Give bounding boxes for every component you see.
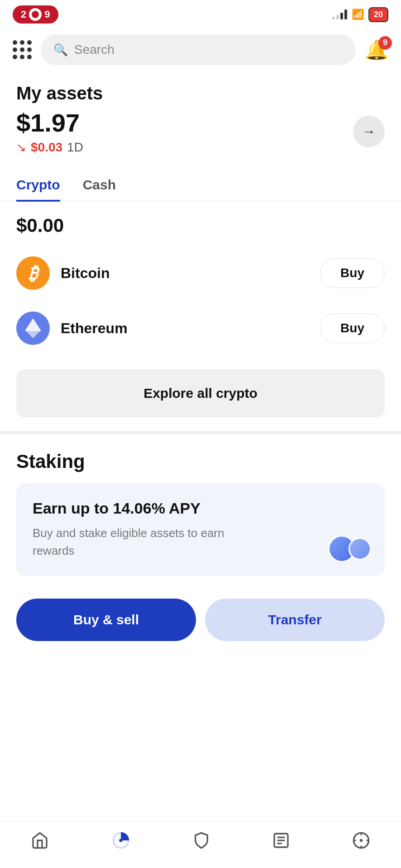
nav-shield[interactable] bbox=[192, 831, 210, 854]
assets-row: $1.97 ↘ $0.03 1D → bbox=[16, 108, 385, 155]
explore-all-crypto-button[interactable]: Explore all crypto bbox=[16, 369, 385, 417]
nav-home[interactable] bbox=[31, 831, 49, 854]
search-bar[interactable]: 🔍 Search bbox=[41, 34, 356, 65]
stake-circle-2 bbox=[348, 538, 371, 560]
nav-orders[interactable] bbox=[272, 831, 290, 854]
staking-graphic bbox=[328, 535, 371, 562]
ethereum-buy-button[interactable]: Buy bbox=[320, 313, 385, 343]
bitcoin-item: ₿ Bitcoin Buy bbox=[16, 245, 385, 301]
crypto-balance: $0.00 bbox=[0, 201, 401, 241]
change-row: ↘ $0.03 1D bbox=[16, 140, 83, 155]
change-period: 1D bbox=[67, 140, 83, 155]
svg-point-6 bbox=[360, 840, 362, 841]
change-amount: $0.03 bbox=[31, 140, 62, 155]
navigate-arrow-button[interactable]: → bbox=[353, 116, 385, 147]
status-icons: 📶 20 bbox=[332, 7, 388, 22]
status-time-2: 9 bbox=[44, 9, 50, 20]
header: 🔍 Search 🔔 9 bbox=[0, 27, 401, 72]
search-icon: 🔍 bbox=[53, 43, 68, 57]
staking-card-description: Buy and stake eligible assets to earn re… bbox=[33, 524, 267, 560]
signal-bars bbox=[332, 9, 347, 19]
status-pill: 2 9 bbox=[13, 5, 58, 24]
assets-amount: $1.97 bbox=[16, 108, 83, 137]
ethereum-logo bbox=[16, 311, 50, 345]
assets-section: My assets $1.97 ↘ $0.03 1D → bbox=[0, 72, 401, 155]
crypto-list: ₿ Bitcoin Buy Ethereum Buy bbox=[0, 241, 401, 360]
change-arrow-icon: ↘ bbox=[16, 141, 26, 155]
status-time: 2 bbox=[21, 9, 26, 20]
battery-indicator: 20 bbox=[368, 7, 388, 22]
bitcoin-icon: ₿ bbox=[29, 263, 38, 283]
tabs-container: Crypto Cash bbox=[0, 164, 401, 201]
staking-apy-title: Earn up to 14.06% APY bbox=[33, 500, 368, 517]
search-input[interactable]: Search bbox=[74, 42, 115, 57]
staking-section: Staking Earn up to 14.06% APY Buy and st… bbox=[0, 434, 401, 576]
ethereum-icon bbox=[25, 318, 41, 338]
portfolio-icon bbox=[111, 830, 131, 854]
status-bar: 2 9 📶 20 bbox=[0, 0, 401, 27]
section-divider bbox=[0, 431, 401, 434]
arrow-right-icon: → bbox=[362, 124, 376, 139]
ethereum-name: Ethereum bbox=[61, 320, 128, 337]
nav-discover[interactable] bbox=[352, 831, 370, 854]
orders-icon bbox=[272, 831, 290, 854]
bottom-navigation bbox=[0, 821, 401, 868]
assets-title: My assets bbox=[16, 83, 385, 104]
bitcoin-buy-button[interactable]: Buy bbox=[320, 258, 385, 288]
tab-crypto[interactable]: Crypto bbox=[16, 177, 60, 202]
home-icon bbox=[31, 831, 49, 854]
action-buttons: Buy & sell Transfer bbox=[16, 599, 385, 641]
bitcoin-name: Bitcoin bbox=[61, 265, 110, 282]
shield-icon bbox=[192, 831, 210, 854]
discover-icon bbox=[352, 831, 370, 854]
wifi-icon: 📶 bbox=[352, 9, 364, 20]
staking-card: Earn up to 14.06% APY Buy and stake elig… bbox=[16, 483, 385, 576]
ethereum-info: Ethereum bbox=[16, 311, 128, 345]
nav-portfolio[interactable] bbox=[111, 830, 131, 854]
notification-badge: 9 bbox=[378, 36, 392, 50]
transfer-button[interactable]: Transfer bbox=[205, 599, 385, 641]
notification-bell[interactable]: 🔔 9 bbox=[365, 39, 388, 61]
tab-cash[interactable]: Cash bbox=[83, 177, 116, 202]
ethereum-item: Ethereum Buy bbox=[16, 301, 385, 356]
target-logo bbox=[29, 8, 42, 21]
bitcoin-logo: ₿ bbox=[16, 256, 50, 290]
svg-point-0 bbox=[119, 839, 122, 842]
buy-sell-button[interactable]: Buy & sell bbox=[16, 599, 196, 641]
grid-menu-button[interactable] bbox=[13, 40, 32, 59]
bitcoin-info: ₿ Bitcoin bbox=[16, 256, 110, 290]
staking-title: Staking bbox=[16, 451, 385, 472]
